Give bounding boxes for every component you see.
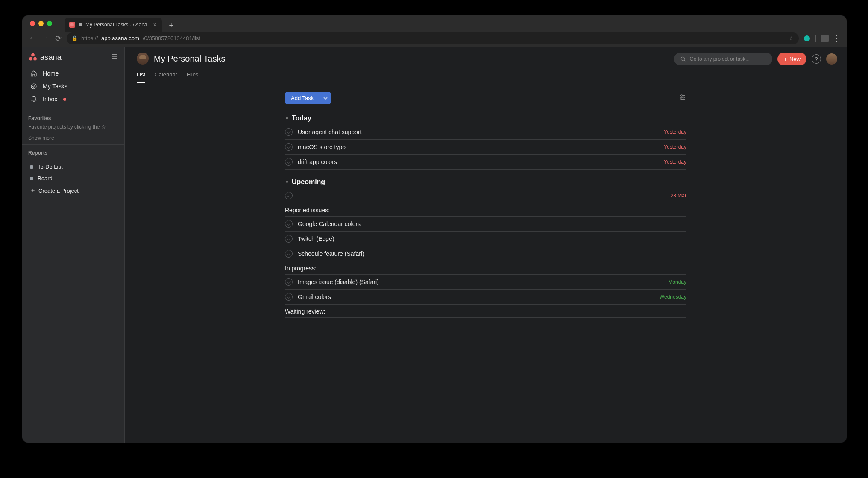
complete-checkbox[interactable] xyxy=(285,235,293,243)
new-button[interactable]: + New xyxy=(777,53,806,65)
title-more-button[interactable]: ⋯ xyxy=(232,54,240,63)
complete-checkbox[interactable] xyxy=(285,220,293,228)
close-tab-icon[interactable]: × xyxy=(153,21,157,28)
svg-point-6 xyxy=(31,84,36,89)
svg-point-1 xyxy=(29,57,32,61)
due-date: Wednesday xyxy=(660,294,686,300)
task-row[interactable]: macOS store typo Yesterday xyxy=(285,140,686,155)
collapse-sidebar-button[interactable] xyxy=(111,53,118,62)
sidebar-item-label: To-Do List xyxy=(38,164,63,170)
collapse-triangle-icon: ▼ xyxy=(285,180,289,185)
address-bar[interactable]: 🔒 https://app.asana.com/0/35885720134481… xyxy=(67,32,799,44)
view-tabs: List Calendar Files xyxy=(137,69,835,83)
url-path: /0/35885720134481/list xyxy=(143,35,200,41)
due-date: 28 Mar xyxy=(671,193,686,199)
svg-point-7 xyxy=(681,57,685,60)
sidebar-item-todo-list[interactable]: To-Do List xyxy=(26,161,121,173)
subsection-title[interactable]: In progress: xyxy=(285,261,686,274)
lock-icon: 🔒 xyxy=(72,35,78,41)
collapse-triangle-icon: ▼ xyxy=(285,116,289,121)
address-row: ← → ⟳ 🔒 https://app.asana.com/0/35885720… xyxy=(22,32,847,47)
filter-sort-button[interactable] xyxy=(679,94,686,103)
due-date: Yesterday xyxy=(664,129,686,135)
due-date: Yesterday xyxy=(664,144,686,150)
complete-checkbox[interactable] xyxy=(285,278,293,286)
user-avatar[interactable] xyxy=(826,53,837,65)
help-button[interactable]: ? xyxy=(812,54,821,64)
window-maximize-button[interactable] xyxy=(47,21,52,26)
task-name: macOS store typo xyxy=(298,144,659,150)
add-task-button[interactable]: Add Task xyxy=(285,92,320,104)
task-row[interactable]: Images issue (disable) (Safari) Monday xyxy=(285,275,686,290)
sidebar-item-home[interactable]: Home xyxy=(26,67,121,80)
task-row[interactable]: User agent chat support Yesterday xyxy=(285,125,686,140)
status-dot-icon xyxy=(79,23,82,26)
section-upcoming: ▼ Upcoming 28 Mar Reported issues: xyxy=(285,176,686,318)
task-row[interactable]: Gmail colors Wednesday xyxy=(285,290,686,305)
complete-checkbox[interactable] xyxy=(285,250,293,258)
complete-checkbox[interactable] xyxy=(285,158,293,166)
url-scheme: https:// xyxy=(81,35,98,41)
task-row[interactable]: drift app colors Yesterday xyxy=(285,155,686,170)
complete-checkbox[interactable] xyxy=(285,128,293,136)
subsection-title[interactable]: Reported issues: xyxy=(285,203,686,216)
section-title: Upcoming xyxy=(292,178,325,186)
asana-logo[interactable]: asana xyxy=(28,53,62,62)
sidebar-item-board[interactable]: Board xyxy=(26,173,121,184)
extension-icon[interactable] xyxy=(821,35,829,42)
section-title: Today xyxy=(292,114,311,122)
window-minimize-button[interactable] xyxy=(38,21,44,26)
url-host: app.asana.com xyxy=(101,35,139,41)
back-button[interactable]: ← xyxy=(28,34,37,43)
add-task-dropdown-button[interactable] xyxy=(320,92,331,104)
tab-list[interactable]: List xyxy=(137,69,145,83)
task-name: Twitch (Edge) xyxy=(298,235,686,242)
page-title: My Personal Tasks xyxy=(154,54,225,64)
browser-menu-button[interactable]: ⋮ xyxy=(833,34,841,43)
task-name: drift app colors xyxy=(298,158,659,165)
global-search-input[interactable]: Go to any project or task... xyxy=(674,53,772,65)
reports-heading: Reports xyxy=(28,150,118,156)
complete-checkbox[interactable] xyxy=(285,293,293,301)
bookmark-star-icon[interactable]: ☆ xyxy=(789,35,794,41)
create-project-button[interactable]: ＋ Create a Project xyxy=(26,184,121,197)
check-circle-icon xyxy=(30,83,38,90)
sidebar-item-mytasks[interactable]: My Tasks xyxy=(26,80,121,93)
main: Go to any project or task... + New ? My … xyxy=(125,47,847,443)
tab-calendar[interactable]: Calendar xyxy=(155,69,177,83)
profile-avatar-icon xyxy=(137,53,149,65)
show-more-button[interactable]: Show more xyxy=(28,135,118,141)
task-row[interactable]: Google Calendar colors xyxy=(285,217,686,232)
section-header[interactable]: ▼ Today xyxy=(285,112,686,125)
section-header[interactable]: ▼ Upcoming xyxy=(285,176,686,188)
task-name: Google Calendar colors xyxy=(298,220,686,227)
window-controls xyxy=(26,15,52,32)
sidebar-item-label: My Tasks xyxy=(43,83,67,90)
notification-dot-icon xyxy=(63,98,66,101)
sidebar-item-label: Board xyxy=(38,175,53,182)
project-color-icon xyxy=(30,177,33,180)
browser-tab[interactable]: My Personal Tasks - Asana × xyxy=(65,18,162,32)
task-row[interactable]: 28 Mar xyxy=(285,188,686,203)
asana-logo-icon xyxy=(28,53,38,62)
task-name: Schedule feature (Safari) xyxy=(298,250,686,257)
tab-files[interactable]: Files xyxy=(187,69,198,83)
profile-chip-icon[interactable] xyxy=(803,35,811,42)
new-button-label: New xyxy=(789,56,801,62)
window-close-button[interactable] xyxy=(30,21,35,26)
hamburger-collapse-icon xyxy=(111,53,118,60)
complete-checkbox[interactable] xyxy=(285,192,293,199)
complete-checkbox[interactable] xyxy=(285,143,293,151)
sidebar-item-label: Create a Project xyxy=(38,188,79,194)
forward-button[interactable]: → xyxy=(41,34,50,43)
task-row[interactable]: Twitch (Edge) xyxy=(285,232,686,246)
due-date: Yesterday xyxy=(664,159,686,165)
sidebar-item-inbox[interactable]: Inbox xyxy=(26,93,121,106)
search-icon xyxy=(680,56,686,62)
subsection-title[interactable]: Waiting review: xyxy=(285,305,686,317)
window: My Personal Tasks - Asana × + ← → ⟳ 🔒 ht… xyxy=(22,15,847,443)
reload-button[interactable]: ⟳ xyxy=(54,34,62,43)
new-tab-button[interactable]: + xyxy=(165,20,177,32)
task-row[interactable]: Schedule feature (Safari) xyxy=(285,246,686,261)
sliders-icon xyxy=(679,94,686,101)
